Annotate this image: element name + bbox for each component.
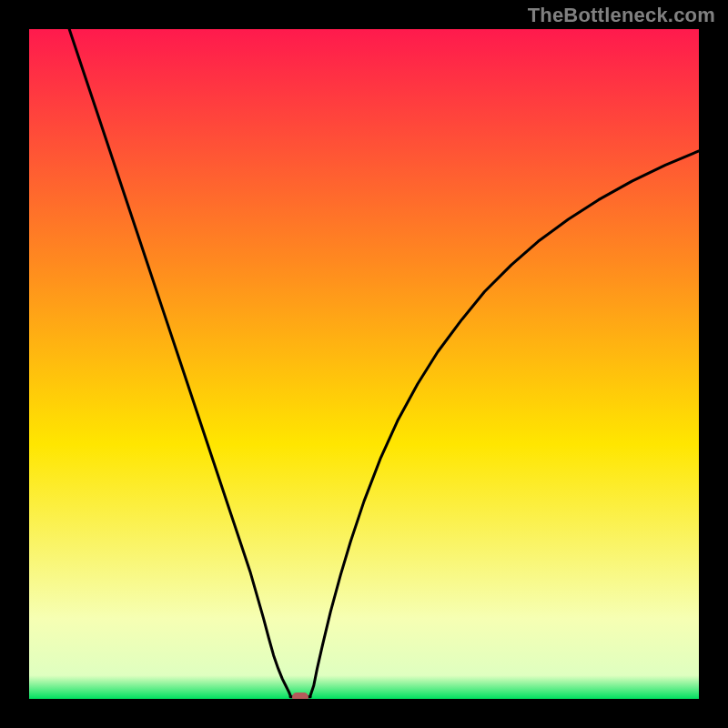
plot-area [29, 29, 699, 699]
watermark-text: TheBottleneck.com [528, 4, 715, 27]
chart-frame: TheBottleneck.com [0, 0, 728, 728]
gradient-background [29, 29, 699, 699]
chart-svg [29, 29, 699, 699]
optimum-marker [292, 693, 308, 699]
